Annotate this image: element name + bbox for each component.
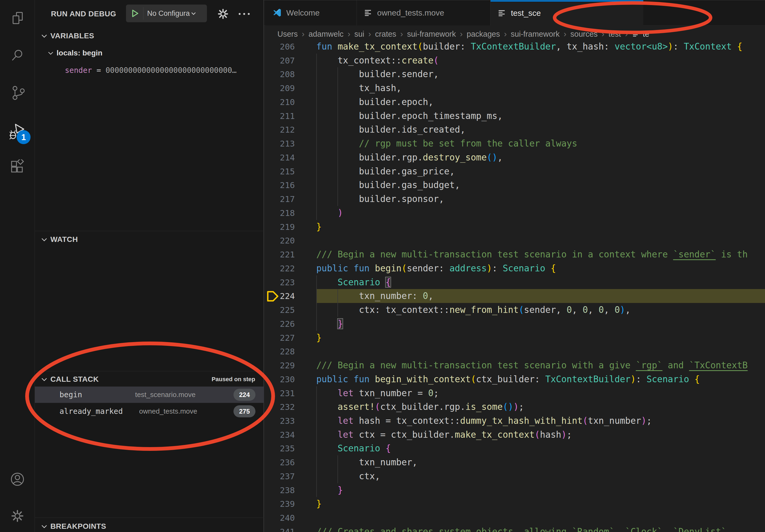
call-stack-section-header[interactable]: CALL STACK Paused on step (35, 372, 264, 386)
code-line[interactable]: 226 } (264, 317, 765, 331)
line-number[interactable]: 215 (264, 164, 295, 178)
code-line[interactable]: 238 } (264, 483, 765, 497)
line-number[interactable]: 226 (264, 317, 295, 331)
line-number[interactable]: 216 (264, 178, 295, 192)
code-line[interactable]: 236 txn_number, (264, 455, 765, 469)
code-line[interactable]: 219} (264, 220, 765, 234)
code-line[interactable]: 237 ctx, (264, 469, 765, 483)
line-number[interactable]: 221 (264, 247, 295, 261)
line-number[interactable]: 230 (264, 372, 295, 386)
code-line[interactable]: 209 tx_hash, (264, 81, 765, 95)
line-number[interactable]: 232 (264, 400, 295, 414)
breadcrumb[interactable]: Users›adamwelc›sui›crates›sui-framework›… (278, 26, 649, 42)
line-number[interactable]: 227 (264, 331, 295, 345)
debug-settings-gear-icon[interactable] (217, 8, 229, 20)
variable-row-sender[interactable]: sender = 0000000000000000000000000000… (65, 63, 237, 77)
code-line[interactable]: 222public fun begin(sender: address): Sc… (264, 261, 765, 275)
line-number[interactable]: 238 (264, 483, 295, 497)
code-line[interactable]: 225 ctx: tx_context::new_from_hint(sende… (264, 303, 765, 317)
line-number[interactable]: 210 (264, 95, 295, 109)
search-icon[interactable] (10, 47, 25, 63)
breakpoints-section-header[interactable]: BREAKPOINTS (35, 519, 264, 532)
line-number[interactable]: 233 (264, 414, 295, 428)
code-line[interactable]: 233 let hash = tx_context::dummy_tx_hash… (264, 414, 765, 428)
code-line[interactable]: 229/// Begin a new multi-transaction tes… (264, 359, 765, 372)
code-line[interactable]: 208 builder.sender, (264, 67, 765, 81)
line-number[interactable]: 241 (264, 525, 295, 532)
code-line[interactable]: 211 builder.epoch_timestamp_ms, (264, 109, 765, 123)
locals-scope-row[interactable]: locals: begin (47, 46, 102, 60)
breadcrumb-file[interactable]: te (643, 30, 649, 39)
line-number[interactable]: 228 (264, 345, 295, 359)
code-line[interactable]: 212 builder.ids_created, (264, 123, 765, 136)
tab-owned-tests-move[interactable]: owned_tests.move (357, 0, 490, 25)
tab-test-sce[interactable]: test_sce (490, 0, 643, 26)
source-control-icon[interactable] (10, 85, 25, 101)
line-number[interactable]: 225 (264, 303, 295, 317)
more-actions-icon[interactable] (238, 11, 252, 17)
line-number[interactable]: 235 (264, 441, 295, 455)
breadcrumb-item[interactable]: test (608, 30, 621, 39)
line-number[interactable]: 218 (264, 206, 295, 220)
code-line[interactable]: 240 (264, 511, 765, 525)
code-line[interactable]: 213 // rgp must be set from the caller a… (264, 136, 765, 150)
watch-section-header[interactable]: WATCH (35, 232, 264, 246)
breadcrumb-item[interactable]: Users (278, 30, 298, 39)
extensions-icon[interactable] (10, 159, 25, 175)
line-number[interactable]: 207 (264, 54, 295, 68)
code-line[interactable]: 224 txn_number: 0, (264, 289, 765, 303)
line-number[interactable]: 236 (264, 455, 295, 469)
line-number[interactable]: 211 (264, 109, 295, 123)
code-line[interactable]: 241/// Creates and shares system objects… (264, 525, 765, 532)
code-line[interactable]: 227} (264, 331, 765, 345)
line-number[interactable]: 237 (264, 469, 295, 483)
accounts-icon[interactable] (10, 471, 25, 487)
line-number[interactable]: 229 (264, 359, 295, 372)
code-line[interactable]: 228 (264, 345, 765, 359)
breadcrumb-item[interactable]: sui-framework (511, 30, 560, 39)
code-line[interactable]: 230public fun begin_with_context(ctx_bui… (264, 372, 765, 386)
line-number[interactable]: 239 (264, 497, 295, 511)
code-line[interactable]: 214 builder.rgp.destroy_some(), (264, 150, 765, 164)
code-line[interactable]: 218 ) (264, 206, 765, 220)
debug-config-dropdown[interactable]: No Configura (126, 5, 207, 22)
breadcrumb-item[interactable]: sources (570, 30, 598, 39)
breadcrumb-item[interactable]: sui-framework (407, 30, 456, 39)
settings-gear-icon[interactable] (10, 508, 25, 524)
code-line[interactable]: 221/// Begin a new multi-transaction tes… (264, 247, 765, 261)
call-stack-frame-already_marked[interactable]: already_markedowned_tests.move275 (35, 403, 264, 419)
line-number[interactable]: 219 (264, 220, 295, 234)
code-line[interactable]: 235 Scenario { (264, 441, 765, 455)
code-line[interactable]: 215 builder.gas_price, (264, 164, 765, 178)
code-line[interactable]: 220 (264, 234, 765, 247)
line-number[interactable]: 209 (264, 81, 295, 95)
line-number[interactable]: 213 (264, 136, 295, 150)
line-number[interactable]: 212 (264, 123, 295, 136)
code-line[interactable]: 207 tx_context::create( (264, 54, 765, 68)
code-line[interactable]: 217 builder.sponsor, (264, 192, 765, 206)
code-line[interactable]: 231 let txn_number = 0; (264, 386, 765, 400)
line-number[interactable]: 217 (264, 192, 295, 206)
code-line[interactable]: 216 builder.gas_budget, (264, 178, 765, 192)
code-line[interactable]: 239} (264, 497, 765, 511)
breadcrumb-item[interactable]: packages (467, 30, 500, 39)
breadcrumb-item[interactable]: sui (355, 30, 364, 39)
call-stack-frame-begin[interactable]: begintest_scenario.move224 (35, 387, 264, 403)
code-line[interactable]: 223 Scenario { (264, 275, 765, 289)
line-number[interactable]: 223 (264, 275, 295, 289)
code-line[interactable]: 210 builder.epoch, (264, 95, 765, 109)
code-line[interactable]: 232 assert!(ctx_builder.rgp.is_some()); (264, 400, 765, 414)
start-debug-icon[interactable] (130, 9, 139, 18)
breadcrumb-item[interactable]: crates (375, 30, 396, 39)
variables-section-header[interactable]: VARIABLES (35, 29, 264, 43)
line-number[interactable]: 220 (264, 234, 295, 247)
line-number[interactable]: 240 (264, 511, 295, 525)
line-number[interactable]: 231 (264, 386, 295, 400)
line-number[interactable]: 208 (264, 67, 295, 81)
tab-welcome[interactable]: Welcome (265, 0, 357, 25)
line-number[interactable]: 214 (264, 150, 295, 164)
explorer-icon[interactable] (10, 11, 25, 27)
breadcrumb-item[interactable]: adamwelc (309, 30, 344, 39)
line-number[interactable]: 222 (264, 261, 295, 275)
code-line[interactable]: 234 let ctx = ctx_builder.make_tx_contex… (264, 428, 765, 442)
